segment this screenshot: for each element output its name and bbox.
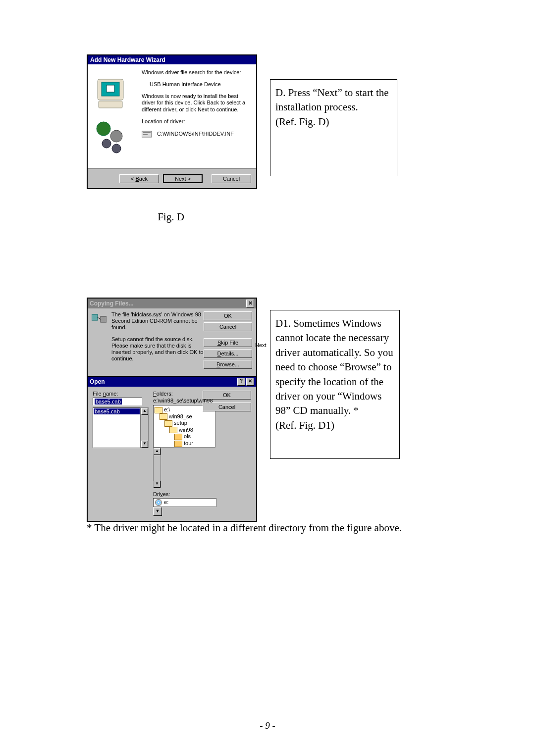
folder-item[interactable]: ols: [155, 433, 214, 440]
page-number: - 9 -: [0, 720, 535, 731]
folder-open-icon: [169, 427, 177, 433]
svg-rect-12: [101, 316, 107, 322]
document-page: Add New Hardware Wizard Window: [87, 54, 453, 534]
next-button[interactable]: Next >: [163, 174, 203, 183]
file-list-item[interactable]: base5.cab: [94, 408, 140, 414]
svg-rect-10: [143, 134, 148, 135]
folder-item[interactable]: win98: [155, 427, 214, 434]
dropdown-arrow-icon[interactable]: ▼: [153, 507, 162, 516]
help-icon[interactable]: ?: [237, 378, 245, 386]
wizard-art-icon: [88, 64, 140, 168]
partial-next-button[interactable]: Next: [255, 342, 269, 348]
close-icon[interactable]: ✕: [246, 300, 254, 307]
disk-transfer-icon: [92, 312, 107, 324]
footnote-text: * The driver might be located in a diffe…: [87, 522, 453, 534]
instruction-d-ref: (Ref. Fig. D): [275, 115, 392, 129]
copying-files-title: Copying Files...: [90, 300, 134, 307]
file-name-label: File name:: [93, 391, 150, 397]
wizard-ready-text: Windows is now ready to install the best…: [142, 93, 252, 113]
open-titlebar: Open ? ✕: [88, 377, 256, 387]
scrollbar[interactable]: ▲▼: [141, 407, 149, 448]
instruction-d1-ref: (Ref. Fig. D1): [275, 418, 394, 433]
instruction-box-d: D. Press “Next” to start the installatio…: [270, 79, 397, 176]
wizard-location-path: C:\WINDOWS\INF\HIDDEV.INF: [142, 130, 252, 138]
drives-label: Drives:: [153, 491, 222, 497]
svg-point-7: [112, 144, 121, 153]
ok-button[interactable]: OK: [204, 311, 252, 320]
svg-rect-9: [143, 132, 151, 133]
wizard-device-name: USB Human Interface Device: [150, 81, 252, 88]
svg-point-5: [110, 130, 122, 142]
details-button[interactable]: Details...: [204, 349, 252, 358]
ok-button[interactable]: OK: [203, 391, 251, 400]
folder-item[interactable]: win98_se: [155, 413, 214, 420]
open-dialog: Open ? ✕ File name: base5.cab base5.cab …: [87, 376, 257, 522]
figure-d1-row: Copying Files... ✕ The file 'hidclass.sy…: [87, 298, 453, 481]
instruction-d-text: D. Press “Next” to start the installatio…: [275, 86, 392, 115]
folder-open-icon: [160, 413, 167, 420]
wizard-location-label: Location of driver:: [142, 118, 252, 125]
cd-icon: [155, 499, 162, 506]
open-title-text: Open: [90, 378, 105, 385]
wizard-path-text: C:\WINDOWS\INF\HIDDEV.INF: [157, 130, 234, 136]
folder-open-icon: [155, 407, 162, 413]
file-name-input[interactable]: base5.cab: [93, 398, 142, 405]
browse-button[interactable]: Browse...: [204, 360, 252, 369]
back-button[interactable]: < Back: [119, 174, 159, 183]
instruction-box-d1: D1. Sometimes Windows cannot locate the …: [270, 310, 400, 459]
copy-message-2: Setup cannot find the source disk. Pleas…: [111, 336, 206, 362]
instruction-d1-text: D1. Sometimes Windows cannot locate the …: [275, 316, 394, 418]
document-icon: [142, 130, 153, 138]
close-icon[interactable]: ✕: [246, 378, 254, 386]
folder-icon: [174, 434, 182, 440]
cancel-button[interactable]: Cancel: [212, 174, 251, 183]
folder-open-icon: [164, 420, 172, 427]
figure-d-caption: Fig. D: [87, 211, 255, 223]
add-hardware-wizard-dialog: Add New Hardware Wizard Window: [87, 54, 257, 189]
wizard-search-line: Windows driver file search for the devic…: [142, 69, 252, 76]
svg-rect-3: [99, 101, 122, 108]
skip-file-button[interactable]: Skip File: [204, 338, 252, 347]
folder-icon: [174, 441, 182, 447]
scrollbar[interactable]: ▲▼: [153, 448, 161, 488]
svg-point-6: [102, 139, 111, 148]
figure-d-row: Add New Hardware Wizard Window: [87, 54, 453, 203]
cancel-button[interactable]: Cancel: [203, 403, 251, 411]
folder-item[interactable]: setup: [155, 420, 214, 427]
svg-rect-2: [107, 85, 114, 92]
wizard-text-panel: Windows driver file search for the devic…: [140, 64, 256, 168]
wizard-button-row: < Back Next > Cancel: [88, 168, 256, 188]
svg-point-4: [97, 122, 110, 136]
svg-rect-11: [92, 314, 98, 320]
drive-select[interactable]: e:: [153, 498, 216, 507]
copying-files-titlebar: Copying Files... ✕: [88, 299, 256, 308]
file-list[interactable]: base5.cab: [93, 407, 141, 448]
copy-message-1: The file 'hidclass.sys' on Windows 98 Se…: [111, 311, 206, 331]
wizard-title-bar: Add New Hardware Wizard: [88, 55, 256, 64]
cancel-button[interactable]: Cancel: [204, 322, 252, 331]
folder-item[interactable]: tour: [155, 440, 214, 447]
